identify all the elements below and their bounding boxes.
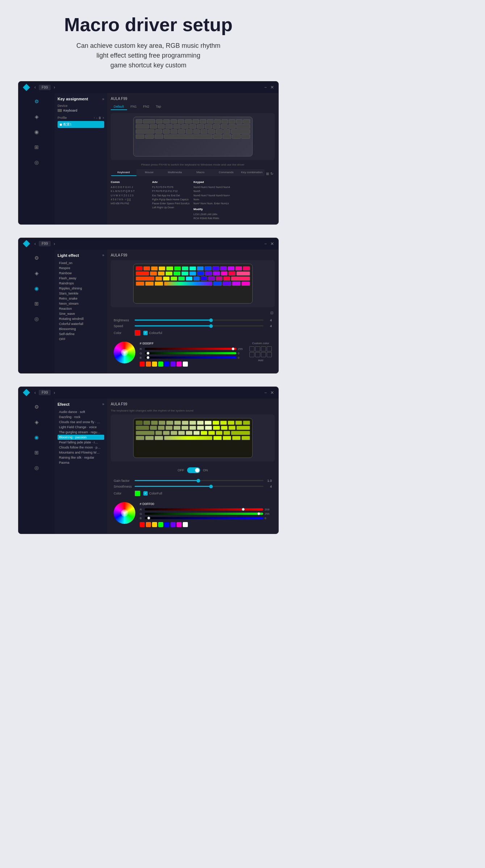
key[interactable]: [216, 276, 223, 281]
key[interactable]: [178, 119, 184, 124]
key[interactable]: [165, 271, 173, 276]
efeect-light-field[interactable]: Light Field Change · voice: [58, 425, 104, 430]
key[interactable]: [178, 276, 185, 281]
key[interactable]: [208, 276, 215, 281]
custom-cell[interactable]: [255, 346, 260, 351]
key[interactable]: [170, 276, 177, 281]
preset-yellow-3[interactable]: [152, 522, 157, 527]
key[interactable]: [150, 426, 157, 430]
key[interactable]: [228, 421, 235, 425]
key[interactable]: [213, 281, 222, 286]
key[interactable]: [228, 124, 236, 129]
custom-cell[interactable]: [255, 352, 260, 357]
key[interactable]: [236, 124, 250, 129]
effect-flash-away[interactable]: Flash_away: [58, 276, 104, 281]
key[interactable]: [212, 266, 219, 271]
key[interactable]: [136, 124, 149, 129]
key[interactable]: [166, 421, 173, 425]
key[interactable]: [205, 124, 212, 129]
sidebar-settings-icon-2[interactable]: ⚙: [31, 253, 42, 263]
key[interactable]: [155, 276, 162, 281]
profile-delete-icon[interactable]: 🗑: [98, 116, 101, 120]
key[interactable]: [143, 119, 155, 124]
smoothness-slider[interactable]: [135, 486, 263, 487]
cat-tab-commands[interactable]: Commands: [213, 169, 239, 176]
sidebar-macro-icon-2[interactable]: ⊞: [31, 298, 42, 309]
toggle-switch[interactable]: [187, 467, 200, 473]
minimize-btn-1[interactable]: −: [264, 85, 267, 90]
efeect-dazzling[interactable]: Dazzling · rock: [58, 414, 104, 420]
key[interactable]: [236, 426, 250, 430]
close-btn-3[interactable]: ✕: [270, 390, 274, 395]
nav-back-1[interactable]: ‹: [33, 84, 37, 91]
preset-green[interactable]: [158, 362, 163, 367]
key[interactable]: [232, 436, 241, 440]
key[interactable]: [216, 129, 223, 134]
sidebar-profile-icon[interactable]: ◈: [31, 111, 42, 122]
key[interactable]: [163, 129, 170, 134]
sidebar-about-icon[interactable]: ◎: [31, 157, 42, 168]
preset-white[interactable]: [183, 362, 188, 367]
key[interactable]: [159, 266, 165, 271]
preset-orange-3[interactable]: [146, 522, 151, 527]
key[interactable]: [163, 119, 170, 124]
key[interactable]: [136, 129, 155, 134]
key[interactable]: [166, 266, 173, 271]
rgb-r-slider[interactable]: [145, 348, 236, 350]
efeect-pearl[interactable]: Pearl falling jade plate · r…: [58, 440, 104, 445]
effect-ripples[interactable]: Ripples_shining: [58, 286, 104, 291]
nav-back-2[interactable]: ‹: [33, 241, 37, 247]
key[interactable]: [155, 431, 162, 435]
key[interactable]: [197, 271, 204, 276]
preset-red-3[interactable]: [140, 522, 145, 527]
sidebar-profile-icon-3[interactable]: ◈: [31, 417, 42, 427]
cat-tab-keyboard[interactable]: Keyboard: [111, 169, 136, 176]
key-space[interactable]: [164, 281, 212, 286]
key[interactable]: [231, 431, 250, 435]
key[interactable]: [181, 124, 189, 129]
key[interactable]: [241, 436, 250, 440]
sidebar-lighting-icon-2[interactable]: ◉: [31, 283, 42, 294]
preset-red[interactable]: [140, 362, 145, 367]
sidebar-settings-icon-3[interactable]: ⚙: [31, 401, 42, 412]
efeect-paoma[interactable]: Paoma: [58, 460, 104, 465]
key[interactable]: [228, 271, 236, 276]
key-space-3[interactable]: [164, 436, 212, 440]
speed-slider[interactable]: [135, 325, 263, 326]
key[interactable]: [189, 124, 197, 129]
key[interactable]: [158, 124, 165, 129]
key[interactable]: [136, 426, 149, 430]
brightness-slider[interactable]: [135, 320, 263, 321]
profile-add-icon[interactable]: +: [102, 116, 104, 120]
key[interactable]: [243, 266, 250, 271]
efeect-gurgling[interactable]: The gurgling stream · regu…: [58, 430, 104, 435]
key[interactable]: [235, 421, 242, 425]
nav-fwd-3[interactable]: ›: [52, 389, 56, 396]
key[interactable]: [193, 276, 200, 281]
key[interactable]: [163, 276, 170, 281]
rgb-b-slider-3[interactable]: [145, 517, 263, 519]
key[interactable]: [136, 281, 144, 286]
key[interactable]: [136, 436, 144, 440]
key[interactable]: [151, 266, 158, 271]
key[interactable]: [163, 431, 170, 435]
key[interactable]: [221, 271, 228, 276]
key[interactable]: [189, 271, 197, 276]
key[interactable]: [208, 431, 215, 435]
key-space[interactable]: [164, 134, 212, 139]
sidebar-about-icon-3[interactable]: ◎: [31, 462, 42, 473]
preset-orange[interactable]: [146, 362, 151, 367]
key[interactable]: [136, 431, 155, 435]
efeect-raining[interactable]: Raining like silk · regular: [58, 455, 104, 460]
key[interactable]: [178, 431, 185, 435]
key[interactable]: [156, 119, 163, 124]
effect-waterfall[interactable]: Colorful waterfall: [58, 321, 104, 326]
key[interactable]: [145, 436, 154, 440]
custom-cell[interactable]: [261, 352, 266, 357]
preset-green-3[interactable]: [158, 522, 163, 527]
profile-upload-icon[interactable]: ↑: [93, 116, 95, 120]
color-wheel-2[interactable]: [114, 342, 135, 363]
rgb-b-slider[interactable]: [145, 356, 236, 359]
key[interactable]: [197, 124, 204, 129]
key[interactable]: [136, 134, 144, 139]
